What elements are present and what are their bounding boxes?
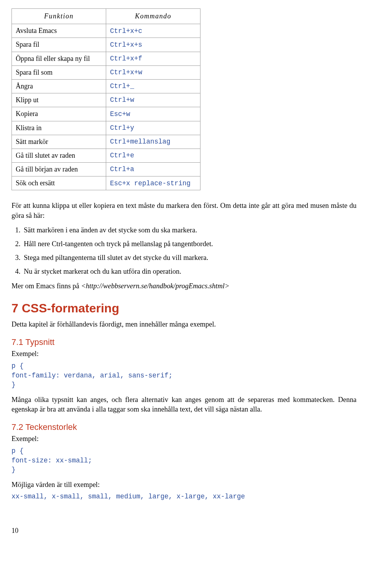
css-intro-paragraph: Detta kapitel är förhållandevis fåordigt… (12, 320, 356, 330)
table-row: ÅngraCtrl+_ (12, 79, 200, 93)
more-info-paragraph: Mer om Emacs finns på <http://webbserver… (12, 281, 356, 291)
list-item: Nu är stycket markerat och du kan utföra… (22, 267, 356, 277)
subsection-heading-teckenstorlek: 7.2 Teckenstorlek (12, 421, 356, 433)
table-row: Sätt markörCtrl+mellanslag (12, 135, 200, 149)
more-info-text: Mer om Emacs finns på (12, 282, 81, 290)
sizes-paragraph: Möjliga värden är till exempel: (12, 480, 356, 490)
fonts-paragraph: Många olika typsnitt kan anges, och fler… (12, 395, 356, 415)
table-row: Gå till början av radenCtrl+a (12, 163, 200, 176)
table-row: Spara filCtrl+x+s (12, 38, 200, 52)
table-row: Klipp utCtrl+w (12, 93, 200, 107)
example-label: Exempel: (12, 434, 356, 444)
section-heading-css: 7 CSS-formatering (12, 300, 356, 317)
list-item: Håll nere Ctrl-tangenten och tryck på me… (22, 239, 356, 249)
table-row: Spara fil somCtrl+x+w (12, 65, 200, 79)
table-header-func: Funktion (12, 9, 106, 24)
code-block-font-size: p { font-size: xx-small; } (12, 446, 356, 475)
list-item: Stega med piltangenterna till slutet av … (22, 253, 356, 263)
table-row: Gå till slutet av radenCtrl+e (12, 149, 200, 162)
table-row: Sök och ersättEsc+x replace-string (12, 176, 200, 190)
emacs-shortcut-table: Funktion Kommando Avsluta EmacsCtrl+x+c … (12, 8, 200, 190)
table-row: KopieraEsc+w (12, 107, 200, 121)
table-header-cmd: Kommando (106, 9, 200, 24)
code-block-size-values: xx-small, x-small, small, medium, large,… (12, 492, 356, 501)
steps-list: Sätt markören i ena änden av det stycke … (12, 225, 356, 277)
table-row: Klistra inCtrl+y (12, 121, 200, 135)
table-row: Avsluta EmacsCtrl+x+c (12, 24, 200, 38)
code-block-font-family: p { font-family: verdana, arial, sans-se… (12, 361, 356, 390)
list-item: Sätt markören i ena änden av det stycke … (22, 225, 356, 235)
example-label: Exempel: (12, 349, 356, 359)
more-info-link: <http://webbservern.se/handbok/progEmacs… (81, 282, 229, 290)
intro-paragraph: För att kunna klippa ut eller kopiera en… (12, 201, 356, 221)
table-row: Öppna fil eller skapa ny filCtrl+x+f (12, 52, 200, 65)
subsection-heading-typsnitt: 7.1 Typsnitt (12, 336, 356, 348)
